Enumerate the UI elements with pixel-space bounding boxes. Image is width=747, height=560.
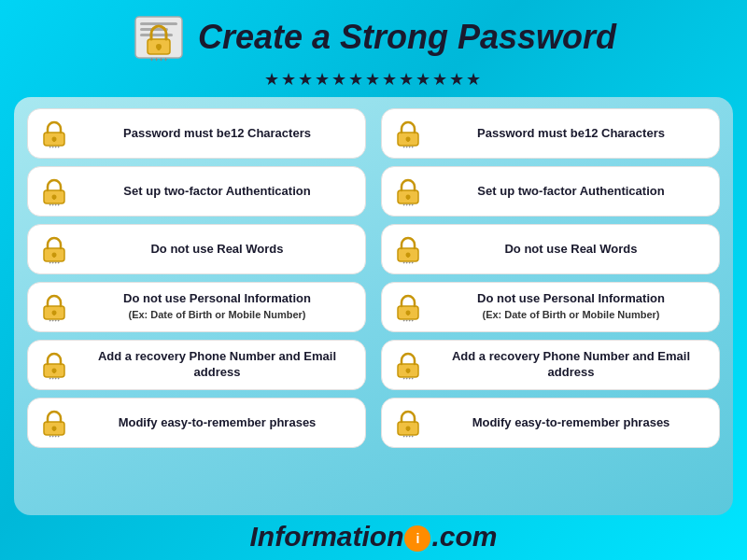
list-item-text: Do not use Personal Information (Ex: Dat…	[432, 291, 710, 323]
padlock-small-icon: ✦✦✦✦	[391, 175, 425, 208]
stars-decoration: ★★★★★★★★★★★★★	[264, 69, 483, 90]
padlock-small-icon: ✦✦✦✦	[37, 175, 71, 208]
header: ✦✦✦✦ Create a Strong Password	[131, 9, 616, 65]
info-circle-icon: i	[404, 525, 430, 552]
svg-rect-50	[53, 428, 55, 431]
svg-rect-54	[407, 428, 409, 431]
list-item: ✦✦✦✦ Password must be12 Characters	[27, 108, 366, 159]
list-item: ✦✦✦✦ Set up two-factor Authentication	[27, 166, 366, 217]
list-item-text: Modify easy-to-remember phrases	[78, 415, 356, 431]
padlock-small-icon: ✦✦✦✦	[391, 290, 425, 324]
footer-text-before: Information	[249, 521, 403, 552]
footer-text-after: .com	[431, 521, 497, 552]
svg-text:✦✦✦✦: ✦✦✦✦	[49, 318, 61, 323]
padlock-small-icon: ✦✦✦✦	[37, 232, 71, 266]
list-item: ✦✦✦✦ Do not use Personal Information (Ex…	[381, 282, 720, 332]
svg-rect-14	[407, 139, 409, 142]
svg-rect-30	[407, 255, 409, 258]
list-item: ✦✦✦✦ Do not use Real Words	[27, 224, 366, 274]
svg-text:✦✦✦✦: ✦✦✦✦	[402, 318, 415, 323]
items-grid: ✦✦✦✦ Password must be12 Characters ✦✦✦✦ …	[27, 108, 720, 448]
list-item-text: Do not use Real Words	[78, 242, 356, 258]
list-item-text: Password must be12 Characters	[432, 126, 710, 142]
svg-rect-18	[53, 197, 55, 200]
page: ✦✦✦✦ Create a Strong Password ★★★★★★★★★★…	[0, 0, 747, 560]
svg-rect-3	[140, 34, 173, 36]
list-item: ✦✦✦✦ Add a recovery Phone Number and Ema…	[381, 340, 720, 390]
svg-rect-22	[407, 197, 409, 200]
padlock-small-icon: ✦✦✦✦	[37, 117, 71, 150]
svg-text:✦✦✦✦: ✦✦✦✦	[49, 376, 61, 381]
list-item-text: Add a recovery Phone Number and Email ad…	[432, 349, 710, 381]
list-item: ✦✦✦✦ Do not use Personal Information (Ex…	[27, 282, 366, 332]
list-item: ✦✦✦✦ Add a recovery Phone Number and Ema…	[27, 340, 366, 390]
list-item-text: Do not use Personal Information (Ex: Dat…	[78, 291, 356, 323]
list-item-text: Modify easy-to-remember phrases	[432, 415, 710, 431]
list-item-subtext: (Ex: Date of Birth or Mobile Number)	[482, 309, 659, 320]
svg-rect-10	[53, 139, 55, 142]
svg-rect-46	[407, 371, 409, 373]
padlock-small-icon: ✦✦✦✦	[391, 406, 425, 440]
svg-text:✦✦✦✦: ✦✦✦✦	[149, 57, 168, 63]
list-item-text: Do not use Real Words	[432, 242, 710, 258]
svg-rect-42	[53, 371, 55, 373]
padlock-small-icon: ✦✦✦✦	[37, 348, 71, 382]
padlock-icon: ✦✦✦✦	[131, 9, 187, 65]
svg-text:✦✦✦✦: ✦✦✦✦	[402, 145, 415, 149]
padlock-small-icon: ✦✦✦✦	[391, 117, 425, 150]
list-item-text: Add a recovery Phone Number and Email ad…	[78, 349, 356, 381]
list-item: ✦✦✦✦ Password must be12 Characters	[381, 108, 720, 159]
list-item: ✦✦✦✦ Modify easy-to-remember phrases	[27, 398, 366, 448]
list-item-text: Set up two-factor Authentication	[432, 184, 710, 200]
padlock-small-icon: ✦✦✦✦	[37, 406, 71, 440]
svg-text:✦✦✦✦: ✦✦✦✦	[402, 203, 415, 207]
padlock-small-icon: ✦✦✦✦	[391, 232, 425, 266]
list-item: ✦✦✦✦ Modify easy-to-remember phrases	[381, 398, 720, 448]
list-item-text: Set up two-factor Authentication	[78, 184, 356, 200]
svg-rect-6	[157, 47, 160, 50]
svg-text:✦✦✦✦: ✦✦✦✦	[49, 434, 61, 439]
svg-text:✦✦✦✦: ✦✦✦✦	[49, 260, 61, 265]
svg-rect-38	[407, 313, 409, 315]
list-item: ✦✦✦✦ Do not use Real Words	[381, 224, 720, 274]
list-item: ✦✦✦✦ Set up two-factor Authentication	[381, 166, 720, 217]
footer: Informationi.com	[249, 521, 497, 553]
svg-text:✦✦✦✦: ✦✦✦✦	[402, 376, 415, 381]
svg-text:✦✦✦✦: ✦✦✦✦	[49, 145, 61, 149]
svg-text:✦✦✦✦: ✦✦✦✦	[49, 203, 61, 207]
page-title: Create a Strong Password	[198, 18, 616, 57]
list-item-subtext: (Ex: Date of Birth or Mobile Number)	[128, 309, 305, 320]
svg-rect-34	[53, 313, 55, 315]
list-item-text: Password must be12 Characters	[78, 126, 356, 142]
padlock-small-icon: ✦✦✦✦	[391, 348, 425, 382]
svg-text:✦✦✦✦: ✦✦✦✦	[402, 260, 415, 265]
main-card: ✦✦✦✦ Password must be12 Characters ✦✦✦✦ …	[14, 97, 733, 515]
padlock-small-icon: ✦✦✦✦	[37, 290, 71, 324]
svg-rect-26	[53, 255, 55, 258]
svg-text:✦✦✦✦: ✦✦✦✦	[402, 434, 415, 439]
